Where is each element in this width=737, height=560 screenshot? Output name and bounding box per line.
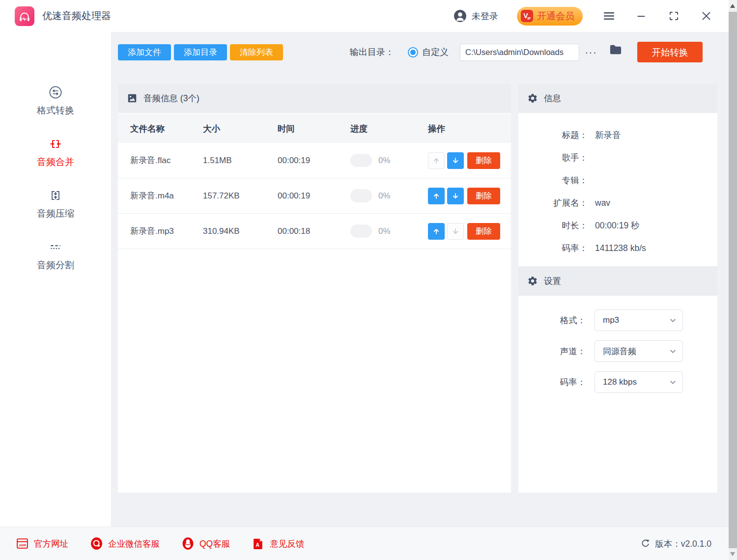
custom-output-radio-label[interactable]: 自定义 <box>422 44 449 60</box>
move-down-button <box>447 223 464 240</box>
col-header-size: 大小 <box>203 123 278 135</box>
progress-percent: 0% <box>378 156 391 166</box>
vip-button-label: 开通会员 <box>537 10 574 23</box>
footer-link-label: QQ客服 <box>199 538 230 550</box>
sidebar-item-format-convert[interactable]: 格式转换 <box>37 85 74 117</box>
delete-button[interactable]: 删除 <box>467 152 500 169</box>
info-panel-header: 信息 <box>518 84 717 113</box>
progress-bar <box>350 189 372 202</box>
info-label: 歌手： <box>518 152 588 164</box>
panel-title: 信息 <box>544 92 561 104</box>
chevron-down-icon <box>670 349 676 354</box>
start-convert-button[interactable]: 开始转换 <box>637 42 703 62</box>
output-path-input[interactable] <box>460 44 579 61</box>
browse-more-button[interactable]: ··· <box>585 44 597 60</box>
official-site-link[interactable]: .com 官方网址 <box>16 537 68 550</box>
vip-upgrade-button[interactable]: V IP 开通会员 <box>517 7 583 26</box>
arrow-up-icon <box>432 156 441 165</box>
user-avatar-icon[interactable] <box>454 9 467 23</box>
close-button[interactable] <box>700 10 712 23</box>
custom-output-radio[interactable] <box>408 47 418 57</box>
col-header-time: 时间 <box>278 123 350 135</box>
channel-select[interactable]: 同源音频 <box>595 340 683 362</box>
wechat-service-link[interactable]: 企业微信客服 <box>90 537 160 550</box>
scrollbar-thumb[interactable] <box>729 12 737 548</box>
wechat-service-icon <box>90 537 103 550</box>
file-name: 新录音.m4a <box>130 189 178 203</box>
svg-text:IP: IP <box>528 16 531 21</box>
table-row: 新录音.mp3 310.94KB 00:00:18 0% 删除 <box>118 214 511 249</box>
move-up-button <box>428 152 445 169</box>
settings-panel-header: 设置 <box>518 266 717 296</box>
panel-title: 音频信息 (3个) <box>143 92 199 104</box>
footer: .com 官方网址 企业微信客服 QQ客服 A 意见反馈 <box>0 527 737 560</box>
add-file-button[interactable]: 添加文件 <box>118 44 171 60</box>
minimize-button[interactable] <box>635 10 648 23</box>
window-scrollbar[interactable] <box>729 0 737 560</box>
arrow-down-icon <box>451 227 460 236</box>
sidebar-item-audio-compress[interactable]: 音频压缩 <box>37 188 74 220</box>
feedback-doc-icon: A <box>252 537 265 550</box>
col-header-progress: 进度 <box>350 123 428 135</box>
scrollbar-up-arrow-icon[interactable] <box>730 4 735 8</box>
refresh-icon[interactable] <box>640 538 651 549</box>
scrollbar-down-arrow-icon[interactable] <box>730 552 735 556</box>
open-folder-button[interactable] <box>609 43 623 56</box>
delete-button[interactable]: 删除 <box>467 223 500 240</box>
info-label: 标题： <box>518 129 588 141</box>
setting-label: 码率： <box>518 376 586 388</box>
info-value: 00:00:19 秒 <box>595 220 639 231</box>
table-row: 新录音.m4a 157.72KB 00:00:19 0% 删除 <box>118 178 511 214</box>
arrow-down-icon <box>451 192 460 200</box>
file-time: 00:00:18 <box>278 226 350 236</box>
version-info: 版本：v2.0.1.0 <box>640 538 711 550</box>
progress-percent: 0% <box>378 191 391 201</box>
titlebar: 优速音频处理器 未登录 V IP 开通会员 <box>0 0 737 32</box>
qq-service-link[interactable]: QQ客服 <box>181 537 230 550</box>
settings-fields: 格式： mp3 声道： 同源音频 码率： 128 kbps <box>518 296 717 393</box>
move-down-button[interactable] <box>447 188 464 204</box>
sidebar: 格式转换 音频合并 音频压缩 音频分割 <box>0 32 112 527</box>
footer-link-label: 企业微信客服 <box>108 538 160 550</box>
arrow-up-icon <box>432 192 441 200</box>
col-header-actions: 操作 <box>428 123 511 135</box>
login-status[interactable]: 未登录 <box>472 10 498 22</box>
main-area: 添加文件 添加目录 清除列表 输出目录： 自定义 ··· 开始转换 音频信息 (… <box>112 32 729 527</box>
split-icon <box>48 240 63 254</box>
info-value: 新录音 <box>595 129 621 141</box>
bitrate-select[interactable]: 128 kbps <box>595 371 683 393</box>
menu-hamburger-icon[interactable] <box>602 10 615 23</box>
move-down-button[interactable] <box>447 152 464 169</box>
move-up-button[interactable] <box>428 223 445 240</box>
panel-title: 设置 <box>544 275 561 287</box>
sidebar-item-audio-merge[interactable]: 音频合并 <box>37 137 74 168</box>
add-directory-button[interactable]: 添加目录 <box>174 44 227 60</box>
chevron-down-icon <box>670 380 676 385</box>
file-size: 310.94KB <box>203 226 278 236</box>
gear-icon <box>527 93 538 104</box>
qq-service-icon <box>181 537 195 550</box>
feedback-link[interactable]: A 意见反馈 <box>252 537 304 550</box>
info-label: 码率： <box>518 242 588 254</box>
move-up-button[interactable] <box>428 188 445 204</box>
maximize-button[interactable] <box>667 10 680 23</box>
arrow-down-icon <box>451 156 460 165</box>
app-logo-headphone-icon <box>15 6 34 26</box>
chevron-down-icon <box>670 318 676 323</box>
format-select[interactable]: mp3 <box>595 309 683 331</box>
audio-list-panel: 音频信息 (3个) 文件名称 大小 时间 进度 操作 新录音.flac 1.51… <box>118 84 511 493</box>
progress-bar <box>350 154 372 167</box>
setting-label: 格式： <box>518 314 586 326</box>
clear-list-button[interactable]: 清除列表 <box>230 44 283 60</box>
delete-button[interactable]: 删除 <box>467 188 500 204</box>
audio-list-panel-header: 音频信息 (3个) <box>118 84 511 113</box>
file-time: 00:00:19 <box>278 156 350 166</box>
footer-link-label: 官方网址 <box>34 538 68 550</box>
setting-label: 声道： <box>518 345 586 357</box>
info-fields: 标题：新录音 歌手： 专辑： 扩展名：wav 时长：00:00:19 秒 码率：… <box>518 113 717 266</box>
file-size: 1.51MB <box>203 156 278 166</box>
progress-bar <box>350 224 372 238</box>
info-settings-panel: 信息 标题：新录音 歌手： 专辑： 扩展名：wav 时长：00:00:19 秒 … <box>518 84 717 493</box>
vip-badge-icon: V IP <box>521 10 533 22</box>
sidebar-item-audio-split[interactable]: 音频分割 <box>37 240 74 272</box>
